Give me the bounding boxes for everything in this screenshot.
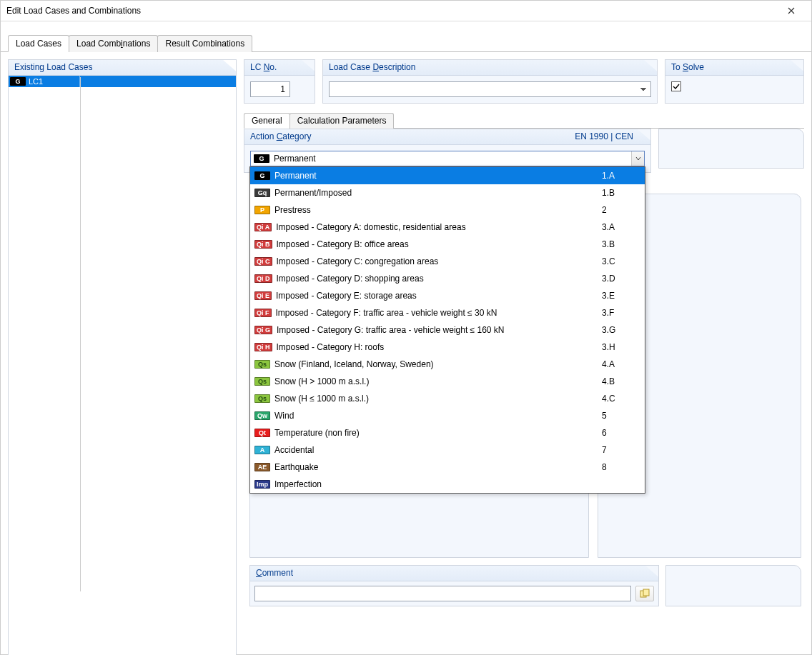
window-title: Edit Load Cases and Combinations [6, 6, 141, 16]
to-solve-header: To Solve [665, 60, 803, 76]
subtab-calc-params[interactable]: Calculation Parameters [289, 113, 395, 129]
option-code: 4.A [602, 359, 638, 369]
dropdown-option[interactable]: QsSnow (Finland, Iceland, Norway, Sweden… [250, 356, 645, 373]
action-category-label: Action Category [250, 131, 311, 141]
description-combobox[interactable] [329, 81, 651, 97]
dropdown-option[interactable]: ImpImperfection [250, 476, 645, 493]
spare-panel-bottom-right [665, 565, 801, 606]
text: S [683, 62, 688, 72]
spare-panel-top-right [658, 129, 804, 169]
option-code: 2 [602, 205, 638, 215]
mid-row: Action Category EN 1990 | CEN G Permanen… [244, 129, 804, 173]
option-label: Imposed - Category E: storage areas [276, 291, 598, 301]
option-tag: G [254, 171, 270, 180]
option-code: 1.B [602, 188, 638, 198]
top-tabs: Load Cases Load Combinations Result Comb… [1, 21, 811, 52]
option-tag: Qi G [254, 326, 272, 334]
dropdown-option[interactable]: GPermanent1.A [250, 167, 645, 184]
subtab-label: Calculation Parameters [297, 116, 387, 126]
lc-no-header: LC No. [244, 60, 315, 76]
comment-library-button[interactable] [635, 586, 654, 601]
top-row: LC No. Load Case Description [244, 59, 804, 104]
load-case-list[interactable]: GLC1 [9, 76, 236, 655]
option-code: 1.A [602, 171, 638, 181]
load-case-row[interactable]: GLC1 [9, 76, 236, 87]
option-label: Snow (Finland, Iceland, Norway, Sweden) [274, 359, 598, 369]
dropdown-option[interactable]: Qi FImposed - Category F: traffic area -… [250, 304, 645, 321]
to-solve-group: To Solve [665, 59, 804, 104]
option-code: 3.C [602, 256, 638, 266]
dialog-window: Edit Load Cases and Combinations Load Ca… [0, 0, 812, 655]
selected-category-label: Permanent [274, 154, 316, 164]
dropdown-option[interactable]: QsSnow (H ≤ 1000 m a.s.l.)4.C [250, 390, 645, 407]
comment-header: Comment [250, 566, 658, 581]
dropdown-option[interactable]: QtTemperature (non fire)6 [250, 424, 645, 441]
dropdown-option[interactable]: QsSnow (H > 1000 m a.s.l.)4.B [250, 373, 645, 390]
option-code: 6 [602, 428, 638, 438]
option-code: 3.B [602, 239, 638, 249]
action-category-dropdown[interactable]: G Permanent [250, 151, 645, 166]
dropdown-option[interactable]: Qi HImposed - Category H: roofs3.H [250, 339, 645, 356]
option-tag: Qi F [254, 309, 272, 317]
dropdown-toggle-button[interactable] [631, 151, 644, 166]
option-code: 8 [602, 462, 638, 472]
option-tag: Qt [254, 429, 270, 437]
dropdown-option[interactable]: AEEarthquake8 [250, 459, 645, 476]
dropdown-option[interactable]: Qi GImposed - Category G: traffic area -… [250, 321, 645, 339]
option-label: Permanent [274, 171, 598, 181]
dropdown-option[interactable]: Qi DImposed - Category D: shopping areas… [250, 270, 645, 287]
option-tag: Qi C [254, 257, 272, 266]
to-solve-checkbox[interactable] [671, 81, 681, 91]
option-code: 5 [602, 411, 638, 421]
dropdown-option[interactable]: AAccidental7 [250, 441, 645, 459]
text: C [256, 568, 262, 578]
option-label: Temperature (non fire) [274, 428, 598, 438]
dropdown-option[interactable]: Qi AImposed - Category A: domestic, resi… [250, 219, 645, 236]
dropdown-option[interactable]: QwWind5 [250, 407, 645, 424]
text: D [372, 62, 379, 72]
chevron-down-icon [635, 156, 641, 161]
option-label: Accidental [274, 445, 598, 455]
subtab-label: General [252, 116, 282, 126]
lc-no-input[interactable] [250, 81, 290, 97]
lc-no-group: LC No. [244, 59, 315, 104]
tab-load-cases[interactable]: Load Cases [8, 35, 69, 52]
close-button[interactable] [777, 1, 806, 21]
option-tag: Qi H [254, 343, 272, 351]
description-group: Load Case Description [322, 59, 658, 104]
comment-group: Comment [249, 565, 659, 606]
tab-load-combinations[interactable]: Load Combinations [69, 35, 158, 52]
action-category-dropdown-wrap: G Permanent GPermanent1.AGqPermanent/Imp… [250, 151, 645, 166]
right-column: LC No. Load Case Description [244, 59, 804, 655]
option-code: 3.H [602, 342, 638, 352]
option-code: 4.B [602, 376, 638, 386]
description-header: Load Case Description [323, 60, 657, 76]
dropdown-list[interactable]: GPermanent1.AGqPermanent/Imposed1.BPPres… [249, 166, 645, 494]
option-label: Permanent/Imposed [274, 188, 598, 198]
dropdown-option[interactable]: Qi CImposed - Category C: congregation a… [250, 253, 645, 270]
text: escription [379, 62, 415, 72]
dropdown-option[interactable]: Qi BImposed - Category B: office areas3.… [250, 236, 645, 253]
list-column-separator [80, 77, 81, 591]
tab-result-combinations[interactable]: Result Combinations [157, 35, 252, 52]
library-icon [639, 589, 650, 599]
option-label: Imposed - Category C: congregation areas [277, 256, 598, 266]
tab-label: Load Cases [16, 39, 61, 49]
dropdown-option[interactable]: GqPermanent/Imposed1.B [250, 184, 645, 201]
comment-combobox[interactable] [254, 586, 631, 601]
option-code: 3.D [602, 274, 638, 284]
option-label: Imperfection [274, 479, 598, 489]
option-label: Imposed - Category D: shopping areas [277, 274, 598, 284]
text: ategory [282, 131, 311, 141]
action-category-header: Action Category EN 1990 | CEN [244, 129, 650, 145]
option-tag: Qs [254, 394, 270, 403]
option-tag: Qi D [254, 274, 272, 283]
dropdown-option[interactable]: Qi EImposed - Category E: storage areas3… [250, 287, 645, 304]
text: Load Case [329, 62, 372, 72]
dropdown-option[interactable]: PPrestress2 [250, 201, 645, 219]
subtab-general[interactable]: General [244, 113, 290, 129]
option-tag: A [254, 446, 270, 454]
text: To [671, 62, 683, 72]
text: o. [269, 62, 277, 72]
tab-label: Result Combinations [165, 39, 244, 49]
